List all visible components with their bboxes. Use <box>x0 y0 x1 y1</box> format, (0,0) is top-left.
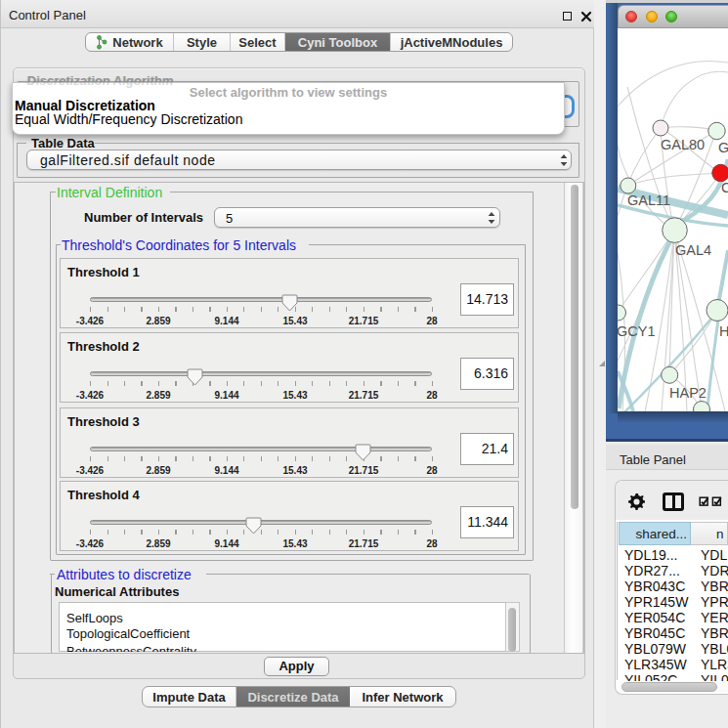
svg-text:GAL11: GAL11 <box>627 193 670 208</box>
svg-text:GAL80: GAL80 <box>661 137 705 152</box>
svg-text:HAP2: HAP2 <box>669 385 707 401</box>
svg-text:H: H <box>719 323 728 339</box>
svg-text:GA: GA <box>718 140 728 155</box>
svg-text:GCY1: GCY1 <box>618 323 656 339</box>
svg-text:C: C <box>721 180 728 195</box>
svg-text:GAL4: GAL4 <box>675 242 711 258</box>
